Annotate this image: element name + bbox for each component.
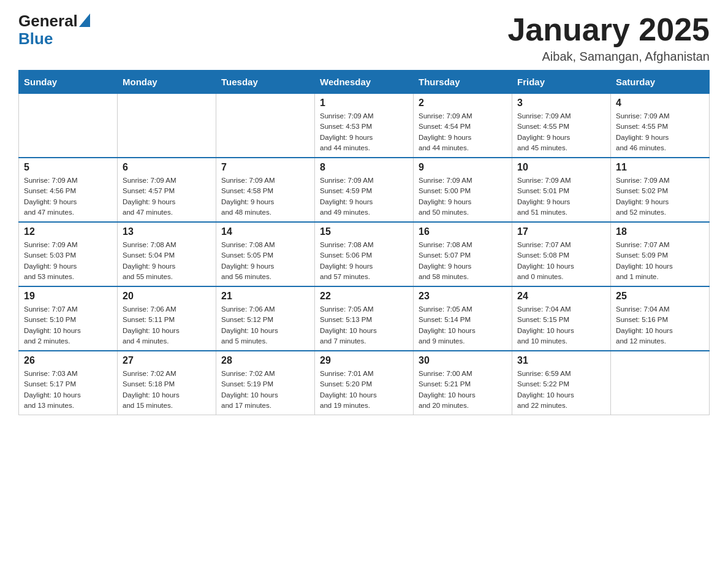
day-number: 23 xyxy=(419,291,507,302)
calendar-header-friday: Friday xyxy=(512,71,611,94)
calendar-cell: 6Sunrise: 7:09 AMSunset: 4:57 PMDaylight… xyxy=(118,158,216,222)
day-info: Sunrise: 7:08 AMSunset: 5:05 PMDaylight:… xyxy=(221,240,309,282)
day-info: Sunrise: 7:09 AMSunset: 4:53 PMDaylight:… xyxy=(320,111,408,153)
calendar-cell: 13Sunrise: 7:08 AMSunset: 5:04 PMDayligh… xyxy=(118,222,216,286)
day-number: 26 xyxy=(24,355,112,366)
day-number: 16 xyxy=(419,226,507,237)
calendar-header-row: SundayMondayTuesdayWednesdayThursdayFrid… xyxy=(19,71,710,94)
day-info: Sunrise: 7:08 AMSunset: 5:06 PMDaylight:… xyxy=(320,240,408,282)
day-info: Sunrise: 7:09 AMSunset: 4:59 PMDaylight:… xyxy=(320,175,408,218)
calendar-cell: 20Sunrise: 7:06 AMSunset: 5:11 PMDayligh… xyxy=(118,286,216,351)
calendar-cell: 10Sunrise: 7:09 AMSunset: 5:01 PMDayligh… xyxy=(512,158,611,222)
page-header: General Blue January 2025 Aibak, Samanga… xyxy=(18,12,710,64)
day-number: 18 xyxy=(616,226,704,237)
day-number: 30 xyxy=(419,355,507,366)
day-number: 25 xyxy=(616,291,704,302)
day-info: Sunrise: 7:09 AMSunset: 4:54 PMDaylight:… xyxy=(419,111,507,153)
day-info: Sunrise: 7:09 AMSunset: 5:03 PMDaylight:… xyxy=(24,240,112,282)
calendar-cell: 25Sunrise: 7:04 AMSunset: 5:16 PMDayligh… xyxy=(611,286,710,351)
day-info: Sunrise: 7:02 AMSunset: 5:18 PMDaylight:… xyxy=(123,369,211,411)
calendar-cell: 9Sunrise: 7:09 AMSunset: 5:00 PMDaylight… xyxy=(414,158,512,222)
calendar-cell: 11Sunrise: 7:09 AMSunset: 5:02 PMDayligh… xyxy=(611,158,710,222)
logo-arrow-icon xyxy=(79,13,90,27)
calendar-header-thursday: Thursday xyxy=(414,71,512,94)
day-info: Sunrise: 7:08 AMSunset: 5:04 PMDaylight:… xyxy=(123,240,211,282)
calendar-cell: 12Sunrise: 7:09 AMSunset: 5:03 PMDayligh… xyxy=(19,222,118,286)
day-info: Sunrise: 7:09 AMSunset: 5:00 PMDaylight:… xyxy=(419,175,507,218)
calendar-cell: 7Sunrise: 7:09 AMSunset: 4:58 PMDaylight… xyxy=(216,158,315,222)
day-info: Sunrise: 7:03 AMSunset: 5:17 PMDaylight:… xyxy=(24,369,112,411)
calendar-cell: 22Sunrise: 7:05 AMSunset: 5:13 PMDayligh… xyxy=(315,286,414,351)
day-number: 20 xyxy=(123,291,211,302)
day-number: 31 xyxy=(517,355,605,366)
day-info: Sunrise: 7:09 AMSunset: 5:02 PMDaylight:… xyxy=(616,175,704,218)
day-number: 24 xyxy=(517,291,605,302)
day-number: 29 xyxy=(320,355,408,366)
calendar-cell: 28Sunrise: 7:02 AMSunset: 5:19 PMDayligh… xyxy=(216,351,315,415)
calendar-cell: 14Sunrise: 7:08 AMSunset: 5:05 PMDayligh… xyxy=(216,222,315,286)
day-number: 5 xyxy=(24,162,112,173)
day-info: Sunrise: 7:09 AMSunset: 4:58 PMDaylight:… xyxy=(221,175,309,218)
day-info: Sunrise: 7:07 AMSunset: 5:10 PMDaylight:… xyxy=(24,304,112,347)
calendar-cell: 19Sunrise: 7:07 AMSunset: 5:10 PMDayligh… xyxy=(19,286,118,351)
day-info: Sunrise: 7:09 AMSunset: 4:56 PMDaylight:… xyxy=(24,175,112,218)
calendar-cell: 26Sunrise: 7:03 AMSunset: 5:17 PMDayligh… xyxy=(19,351,118,415)
day-number: 9 xyxy=(419,162,507,173)
calendar-cell: 17Sunrise: 7:07 AMSunset: 5:08 PMDayligh… xyxy=(512,222,611,286)
calendar-table: SundayMondayTuesdayWednesdayThursdayFrid… xyxy=(18,70,710,415)
calendar-header-saturday: Saturday xyxy=(611,71,710,94)
calendar-cell xyxy=(118,94,216,158)
calendar-cell: 4Sunrise: 7:09 AMSunset: 4:55 PMDaylight… xyxy=(611,94,710,158)
day-info: Sunrise: 7:09 AMSunset: 4:57 PMDaylight:… xyxy=(123,175,211,218)
calendar-cell: 16Sunrise: 7:08 AMSunset: 5:07 PMDayligh… xyxy=(414,222,512,286)
day-number: 15 xyxy=(320,226,408,237)
day-number: 14 xyxy=(221,226,309,237)
calendar-cell: 24Sunrise: 7:04 AMSunset: 5:15 PMDayligh… xyxy=(512,286,611,351)
day-number: 7 xyxy=(221,162,309,173)
calendar-cell: 30Sunrise: 7:00 AMSunset: 5:21 PMDayligh… xyxy=(414,351,512,415)
calendar-header-sunday: Sunday xyxy=(19,71,118,94)
day-number: 27 xyxy=(123,355,211,366)
day-info: Sunrise: 7:09 AMSunset: 4:55 PMDaylight:… xyxy=(616,111,704,153)
subtitle: Aibak, Samangan, Afghanistan xyxy=(507,50,710,64)
day-number: 8 xyxy=(320,162,408,173)
day-number: 22 xyxy=(320,291,408,302)
day-info: Sunrise: 7:06 AMSunset: 5:11 PMDaylight:… xyxy=(123,304,211,347)
day-info: Sunrise: 7:02 AMSunset: 5:19 PMDaylight:… xyxy=(221,369,309,411)
day-number: 13 xyxy=(123,226,211,237)
calendar-week-row: 19Sunrise: 7:07 AMSunset: 5:10 PMDayligh… xyxy=(19,286,710,351)
calendar-week-row: 5Sunrise: 7:09 AMSunset: 4:56 PMDaylight… xyxy=(19,158,710,222)
page-title: January 2025 xyxy=(507,12,710,47)
day-number: 2 xyxy=(419,98,507,109)
day-number: 17 xyxy=(517,226,605,237)
day-info: Sunrise: 7:08 AMSunset: 5:07 PMDaylight:… xyxy=(419,240,507,282)
title-block: January 2025 Aibak, Samangan, Afghanista… xyxy=(507,12,710,64)
calendar-cell xyxy=(611,351,710,415)
day-number: 19 xyxy=(24,291,112,302)
calendar-cell: 8Sunrise: 7:09 AMSunset: 4:59 PMDaylight… xyxy=(315,158,414,222)
day-number: 21 xyxy=(221,291,309,302)
logo-general-text: General xyxy=(18,12,78,30)
calendar-cell xyxy=(19,94,118,158)
calendar-cell: 5Sunrise: 7:09 AMSunset: 4:56 PMDaylight… xyxy=(19,158,118,222)
calendar-cell: 27Sunrise: 7:02 AMSunset: 5:18 PMDayligh… xyxy=(118,351,216,415)
day-info: Sunrise: 7:06 AMSunset: 5:12 PMDaylight:… xyxy=(221,304,309,347)
calendar-week-row: 26Sunrise: 7:03 AMSunset: 5:17 PMDayligh… xyxy=(19,351,710,415)
calendar-cell: 23Sunrise: 7:05 AMSunset: 5:14 PMDayligh… xyxy=(414,286,512,351)
day-number: 28 xyxy=(221,355,309,366)
calendar-cell: 2Sunrise: 7:09 AMSunset: 4:54 PMDaylight… xyxy=(414,94,512,158)
day-number: 6 xyxy=(123,162,211,173)
day-number: 11 xyxy=(616,162,704,173)
day-info: Sunrise: 7:04 AMSunset: 5:15 PMDaylight:… xyxy=(517,304,605,347)
calendar-header-monday: Monday xyxy=(118,71,216,94)
day-number: 1 xyxy=(320,98,408,109)
calendar-cell: 21Sunrise: 7:06 AMSunset: 5:12 PMDayligh… xyxy=(216,286,315,351)
day-info: Sunrise: 7:00 AMSunset: 5:21 PMDaylight:… xyxy=(419,369,507,411)
svg-marker-0 xyxy=(79,13,90,27)
calendar-cell: 18Sunrise: 7:07 AMSunset: 5:09 PMDayligh… xyxy=(611,222,710,286)
day-info: Sunrise: 7:07 AMSunset: 5:08 PMDaylight:… xyxy=(517,240,605,282)
day-info: Sunrise: 6:59 AMSunset: 5:22 PMDaylight:… xyxy=(517,369,605,411)
calendar-header-tuesday: Tuesday xyxy=(216,71,315,94)
day-info: Sunrise: 7:07 AMSunset: 5:09 PMDaylight:… xyxy=(616,240,704,282)
day-number: 10 xyxy=(517,162,605,173)
